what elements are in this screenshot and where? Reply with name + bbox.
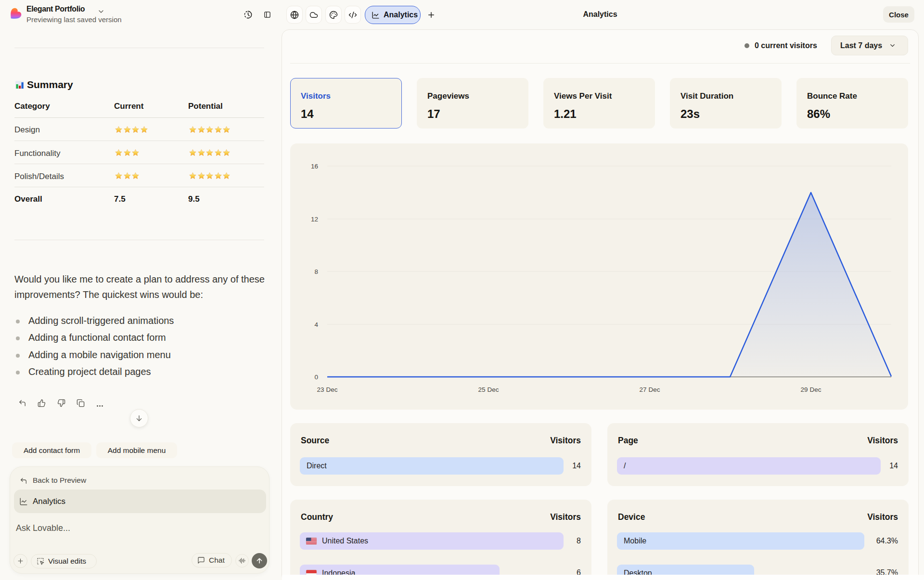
svg-text:23 Dec: 23 Dec [317,386,338,393]
svg-text:0: 0 [314,374,318,381]
svg-text:12: 12 [311,216,318,223]
svg-text:25 Dec: 25 Dec [478,386,499,393]
svg-text:29 Dec: 29 Dec [801,386,821,393]
svg-text:16: 16 [311,163,318,170]
svg-text:27 Dec: 27 Dec [640,386,660,393]
svg-text:8: 8 [314,268,318,275]
svg-text:4: 4 [314,321,318,328]
